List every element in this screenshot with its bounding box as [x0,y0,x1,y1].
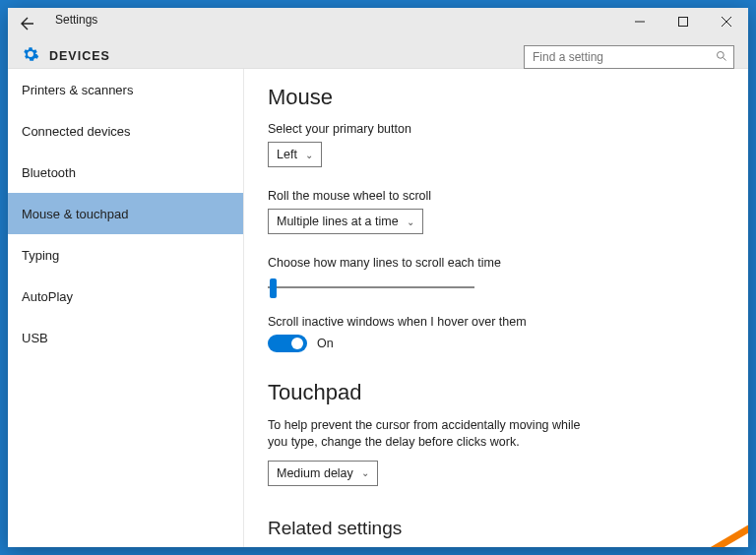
window-controls [618,8,748,35]
primary-button-select[interactable]: Left ⌄ [268,142,322,167]
related-heading: Related settings [268,518,721,539]
search-icon [716,50,727,65]
sidebar-item-autoplay[interactable]: AutoPlay [8,276,243,317]
chevron-down-icon: ⌄ [361,467,369,478]
svg-point-2 [718,51,724,58]
sidebar-item-mouse-touchpad[interactable]: Mouse & touchpad [8,193,243,234]
sidebar-item-label: Connected devices [22,124,131,139]
inactive-scroll-toggle[interactable] [268,335,307,352]
search-input[interactable] [531,49,716,65]
slider-thumb[interactable] [270,278,277,298]
back-button[interactable] [18,14,37,33]
scroll-mode-value: Multiple lines at a time [277,215,399,228]
chevron-down-icon: ⌄ [305,150,313,160]
sidebar-item-connected-devices[interactable]: Connected devices [8,110,243,152]
sidebar-item-label: USB [22,331,48,345]
chevron-down-icon: ⌄ [407,216,414,227]
minimize-button[interactable] [618,8,662,35]
window-body: Printers & scanners Connected devices Bl… [8,69,748,547]
touchpad-delay-select[interactable]: Medium delay ⌄ [268,461,378,486]
inactive-scroll-state: On [317,337,334,350]
gear-icon [22,45,39,67]
section-header: DEVICES [22,45,110,67]
sidebar-item-label: Mouse & touchpad [22,207,128,221]
maximize-icon [678,17,688,27]
scroll-lines-slider[interactable] [268,276,474,299]
sidebar-item-label: AutoPlay [22,289,73,304]
svg-line-3 [724,57,726,60]
sidebar-item-label: Bluetooth [22,165,76,180]
minimize-icon [635,17,645,27]
primary-button-label: Select your primary button [268,122,721,136]
scroll-mode-label: Roll the mouse wheel to scroll [268,189,721,203]
slider-track [268,286,474,288]
svg-rect-1 [679,18,688,27]
sidebar-item-typing[interactable]: Typing [8,234,243,276]
touchpad-delay-value: Medium delay [277,466,353,480]
arrow-left-icon [20,16,35,31]
sidebar-item-bluetooth[interactable]: Bluetooth [8,152,243,193]
sidebar-item-printers[interactable]: Printers & scanners [8,69,243,110]
window-title: Settings [55,13,97,27]
sidebar-item-label: Typing [22,248,59,263]
titlebar: Settings DEVICES [8,8,748,69]
scroll-lines-label: Choose how many lines to scroll each tim… [268,256,721,270]
settings-window: Settings DEVICES Printer [8,8,748,547]
scroll-mode-select[interactable]: Multiple lines at a time ⌄ [268,209,423,234]
content-pane: Mouse Select your primary button Left ⌄ … [244,69,748,547]
mouse-heading: Mouse [268,85,721,110]
inactive-scroll-label: Scroll inactive windows when I hover ove… [268,315,721,329]
section-label: DEVICES [49,49,110,63]
touchpad-heading: Touchpad [268,380,721,405]
maximize-button[interactable] [662,8,705,35]
sidebar: Printers & scanners Connected devices Bl… [8,69,244,547]
search-box[interactable] [524,45,734,69]
touchpad-help-text: To help prevent the cursor from accident… [268,417,583,451]
primary-button-value: Left [277,148,297,161]
toggle-knob [291,338,303,349]
close-button[interactable] [705,8,748,35]
close-icon [722,17,731,27]
sidebar-item-usb[interactable]: USB [8,317,243,358]
sidebar-item-label: Printers & scanners [22,83,133,97]
